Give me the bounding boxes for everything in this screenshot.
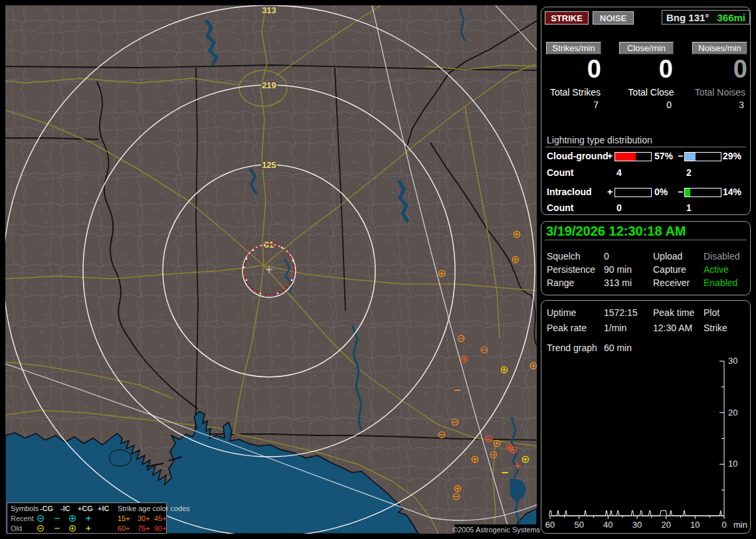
trend-graph: 1020306050403020100min: [543, 355, 749, 532]
strikes-rate-value: 0: [567, 56, 601, 82]
clock-divider: [545, 240, 747, 240]
legend-age-45: 45+: [154, 514, 167, 522]
svg-text:10: 10: [690, 520, 700, 530]
lightning-map[interactable]: 313 219 125 31: [5, 5, 537, 534]
strikes-per-min-button[interactable]: Strikes/min: [546, 42, 601, 54]
cg-plus-sign: +: [607, 151, 613, 161]
strike-mode-button[interactable]: STRIKE: [545, 11, 589, 25]
cg-plus-count: 4: [616, 167, 622, 178]
squelch-value: 0: [604, 251, 609, 262]
total-noises-value: 3: [711, 100, 744, 110]
cg-plus-pct: 57%: [654, 151, 673, 161]
plot-value: Strike: [704, 323, 727, 333]
legend-symbols-header: Symbols: [11, 504, 39, 512]
copyright-label: ©2005 Astrogenic Systems: [454, 524, 538, 534]
legend-age-90: 90+: [154, 524, 167, 532]
distribution-title: Lightning type distribution: [547, 135, 652, 145]
legend-age-75: 75+: [138, 524, 150, 532]
status-panel: 3/19/2026 12:30:18 AM Squelch 0 Upload D…: [541, 221, 751, 295]
cg-minus-count: 2: [686, 167, 692, 178]
ring-label-125: 125: [262, 160, 276, 170]
total-strikes-value: 7: [565, 100, 599, 110]
legend-col-pic: +IC: [98, 504, 109, 512]
legend-col-nic: -IC: [60, 504, 70, 512]
ic-minus-sign: −: [678, 187, 683, 197]
stats-panel: STRIKE NOISE Bng 131° 366mi Strikes/min …: [541, 7, 751, 215]
ic-minus-count: 1: [686, 202, 692, 213]
datetime-display: 3/19/2026 12:30:18 AM: [546, 224, 686, 239]
persistence-label: Persistence: [547, 264, 595, 275]
ic-plus-count: 0: [616, 202, 622, 213]
map-legend: Symbols -CG -IC +CG +IC Strike age color…: [7, 502, 167, 534]
trend-panel: Uptime 1572:15 Peak time Plot Peak rate …: [541, 300, 751, 534]
svg-text:30: 30: [632, 520, 642, 530]
ic-plus-bar: [614, 188, 652, 197]
total-close-value: 0: [638, 100, 672, 110]
app-window: 313 219 125 31 Symbols -CG -IC: [0, 0, 756, 539]
legend-age-60: 60+: [118, 524, 130, 532]
trend-labels: 1020306050403020100min: [545, 356, 747, 530]
ic-minus-pct: 14%: [723, 187, 741, 197]
svg-text:0: 0: [721, 520, 726, 530]
trend-axes: [550, 361, 724, 519]
intracloud-label: Intracloud: [547, 187, 592, 197]
noise-mode-button[interactable]: NOISE: [593, 11, 634, 25]
trend-graph-label: Trend graph: [547, 343, 597, 353]
range-value: 313 mi: [604, 277, 632, 288]
total-close-label: Total Close: [622, 87, 680, 98]
svg-text:20: 20: [661, 520, 670, 530]
peak-time-value: 12:30 AM: [653, 323, 692, 333]
legend-recent-symbols: [35, 514, 105, 523]
peak-rate-value: 1/min: [604, 323, 626, 333]
legend-row-old-label: Old: [11, 524, 22, 532]
ic-minus-bar: [684, 188, 721, 197]
bearing-value: Bng 131°: [666, 12, 709, 23]
close-per-min-button[interactable]: Close/min: [619, 42, 674, 54]
svg-text:10: 10: [728, 459, 737, 469]
uptime-value: 1572:15: [604, 307, 638, 318]
cg-minus-sign: −: [678, 151, 683, 161]
map-area[interactable]: 313 219 125 31 Symbols -CG -IC: [5, 5, 537, 534]
range-label: Range: [547, 277, 574, 288]
total-strikes-label: Total Strikes: [547, 87, 604, 98]
upload-label: Upload: [653, 251, 682, 262]
capture-status: Active: [704, 264, 729, 275]
cg-minus-bar: [684, 152, 721, 161]
ic-plus-sign: +: [607, 187, 613, 197]
svg-text:30: 30: [728, 356, 737, 366]
legend-col-ncg: -CG: [40, 504, 53, 512]
svg-text:40: 40: [603, 520, 613, 530]
close-rate-value: 0: [638, 56, 673, 82]
cloud-ground-label: Cloud-ground: [547, 151, 609, 161]
receiver-label: Receiver: [653, 277, 690, 288]
svg-text:min: min: [733, 520, 747, 530]
peak-time-label: Peak time: [653, 307, 694, 318]
legend-old-symbols: [35, 524, 105, 533]
noises-per-min-button[interactable]: Noises/min: [692, 42, 747, 54]
uptime-label: Uptime: [547, 307, 576, 318]
upload-status: Disabled: [704, 251, 739, 262]
legend-age-15: 15+: [118, 514, 130, 522]
legend-row-recent-label: Recent: [11, 514, 34, 522]
svg-text:60: 60: [545, 520, 555, 530]
capture-label: Capture: [653, 264, 686, 275]
ic-plus-pct: 0%: [654, 187, 668, 197]
svg-text:50: 50: [574, 520, 583, 530]
distance-value: 366mi: [717, 12, 745, 23]
legend-age-header: Strike age color codes: [118, 504, 190, 512]
cg-minus-pct: 29%: [723, 151, 741, 161]
cg-count-label: Count: [547, 167, 573, 178]
receiver-status: Enabled: [704, 277, 737, 288]
total-noises-label: Total Noises: [692, 87, 749, 98]
ring-label-313: 313: [262, 5, 276, 15]
squelch-label: Squelch: [547, 251, 581, 262]
ring-label-219: 219: [262, 80, 276, 90]
distribution-divider: [545, 147, 746, 147]
legend-age-30: 30+: [138, 514, 150, 522]
legend-col-pcg: +CG: [78, 504, 93, 512]
trend-waveform: [549, 510, 724, 516]
cg-plus-bar: [614, 152, 652, 161]
persistence-value: 90 min: [604, 264, 632, 275]
lake: [110, 449, 132, 466]
trend-window-value: 60 min: [604, 343, 632, 353]
